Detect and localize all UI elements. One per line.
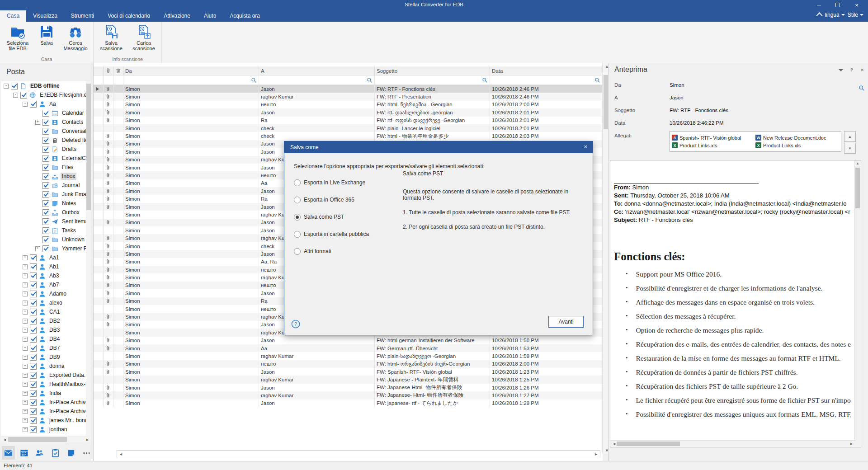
module-icon-button[interactable]	[18, 446, 31, 460]
menu-tab[interactable]: Aiuto	[197, 10, 223, 22]
delete-cell[interactable]	[113, 187, 123, 195]
checkbox[interactable]	[30, 399, 37, 406]
checkbox[interactable]	[42, 146, 49, 153]
delete-cell[interactable]	[113, 384, 123, 391]
radio-button[interactable]	[294, 231, 301, 238]
expander-icon[interactable]	[23, 418, 28, 423]
checkbox[interactable]	[42, 155, 49, 162]
module-icon-button[interactable]	[80, 446, 93, 460]
tree-item[interactable]: Unknown	[1, 235, 86, 244]
help-icon[interactable]	[291, 320, 300, 329]
column-header-da[interactable]: Da	[123, 66, 259, 75]
expander-icon[interactable]	[23, 427, 28, 432]
menu-tab[interactable]: Acquista ora	[223, 10, 267, 22]
checkbox[interactable]	[42, 227, 49, 234]
delete-cell[interactable]	[113, 360, 123, 368]
module-icon-button[interactable]	[2, 446, 15, 460]
delete-cell[interactable]	[113, 132, 123, 140]
checkbox[interactable]	[30, 417, 37, 424]
attachment-item[interactable]: Product Links.xls	[755, 142, 839, 148]
scroll-right-icon[interactable]: ►	[592, 452, 600, 456]
expander-icon[interactable]	[13, 93, 18, 98]
scroll-left-icon[interactable]: ◄	[117, 452, 125, 456]
delete-cell[interactable]	[113, 273, 123, 281]
checkbox[interactable]	[30, 372, 37, 379]
scrollbar-thumb[interactable]	[604, 75, 608, 129]
table-row[interactable]: Simon raghav Kumar FW: Japanese- Html- 物…	[94, 391, 603, 399]
tree-item[interactable]: ExternalContacts	[1, 154, 86, 163]
tree-item[interactable]: Exported Data.	[1, 371, 86, 380]
expander-icon[interactable]	[23, 102, 28, 107]
scrollbar-thumb[interactable]	[86, 84, 91, 210]
tree-item[interactable]: Ab3	[1, 271, 86, 280]
table-row[interactable]: Simon Jason FW: rtf- დაახლოებით -georgia…	[94, 108, 603, 116]
window-control-button[interactable]: ×	[809, 0, 828, 10]
checkbox[interactable]	[30, 101, 37, 108]
delete-cell[interactable]	[113, 85, 123, 93]
pin-icon[interactable]	[849, 67, 854, 73]
checkbox[interactable]	[11, 83, 18, 89]
checkbox[interactable]	[30, 336, 37, 343]
menu-tab[interactable]: Casa	[0, 10, 26, 22]
tree-item[interactable]: Drafts	[1, 145, 86, 154]
checkbox[interactable]	[42, 245, 49, 252]
scroll-left-icon[interactable]: ◄	[1, 437, 9, 442]
table-row[interactable]: Simon Jason FW: Japanese-Html- 物件所有者保険 1…	[94, 384, 603, 391]
expander-icon[interactable]	[23, 355, 28, 360]
tree-item[interactable]: Aa	[1, 99, 86, 108]
tree-item[interactable]: DB3	[1, 325, 86, 334]
tree-item[interactable]: Files	[1, 163, 86, 172]
column-header-soggetto[interactable]: Soggetto	[375, 66, 490, 75]
table-row[interactable]: Simon нешто FW: html- ორგანიზების ძიურ-G…	[94, 360, 603, 368]
module-icon-button[interactable]	[33, 446, 46, 460]
menu-tab[interactable]: Voci di calendario	[101, 10, 157, 22]
checkbox[interactable]	[42, 164, 49, 171]
export-option[interactable]: Esporta in cartella pubblica	[294, 226, 407, 243]
delete-cell[interactable]	[113, 195, 123, 202]
attachment-item[interactable]: Product Links.xls	[672, 142, 755, 148]
ribbon-button[interactable]: Carica scansione	[127, 23, 160, 52]
lingua-dropdown[interactable]: lingua	[825, 12, 845, 18]
expander-icon[interactable]	[23, 301, 28, 306]
delete-cell[interactable]	[113, 321, 123, 329]
expander-icon[interactable]	[23, 282, 28, 287]
delete-cell[interactable]	[113, 297, 123, 305]
module-icon-button[interactable]	[65, 446, 78, 460]
export-option[interactable]: Esporta in Live Exchange	[294, 174, 407, 191]
tree-item[interactable]: DB9	[1, 352, 86, 362]
window-control-button[interactable]: ×	[847, 0, 866, 10]
checkbox[interactable]	[30, 291, 37, 297]
delete-cell[interactable]	[113, 101, 123, 108]
radio-button[interactable]	[294, 179, 301, 186]
tree-item[interactable]: CA1	[1, 307, 86, 316]
window-control-button[interactable]: ×	[828, 0, 847, 10]
delete-cell[interactable]	[113, 164, 123, 171]
expander-icon[interactable]	[23, 382, 28, 387]
column-header-a[interactable]: A	[259, 66, 375, 75]
table-row[interactable]: Simon Aa FW: German-rtf- Übersicht 10/26…	[94, 344, 603, 352]
checkbox[interactable]	[30, 390, 37, 397]
filter-input-da[interactable]	[123, 75, 259, 85]
column-header-data[interactable]: Data	[490, 66, 603, 75]
delete-cell[interactable]	[113, 148, 123, 155]
delete-cell[interactable]	[113, 391, 123, 399]
table-vertical-scrollbar[interactable]: ▲ ▼	[602, 63, 609, 454]
table-row[interactable]: Simon Jason FW: japanese- rtf - てられましたか …	[94, 400, 603, 407]
checkbox[interactable]	[42, 110, 49, 117]
tree-item[interactable]: Inbox	[1, 172, 86, 181]
delete-cell[interactable]	[113, 219, 123, 226]
delete-cell[interactable]	[113, 400, 123, 407]
tree-item[interactable]: Aa1	[1, 253, 86, 262]
tree-item[interactable]: Contacts	[1, 118, 86, 127]
scrollbar-thumb[interactable]	[855, 168, 860, 208]
scrollbar-thumb[interactable]	[617, 442, 680, 446]
checkbox[interactable]	[30, 300, 37, 306]
expander-icon[interactable]	[23, 273, 28, 278]
tree-item[interactable]: DB7	[1, 343, 86, 352]
tree-item[interactable]: Outbox	[1, 208, 86, 217]
table-row[interactable]: Simon Ra FW: rtf- ოფისს დავუჭრევე -Georg…	[94, 117, 603, 124]
tree-item[interactable]: Ab1	[1, 262, 86, 271]
expander-icon[interactable]	[23, 337, 28, 342]
table-row[interactable]: Simon raghav Kumar FW: Japanese - Plaint…	[94, 376, 603, 383]
tree-item[interactable]: E:\EDB Files\john.edb	[1, 90, 86, 99]
